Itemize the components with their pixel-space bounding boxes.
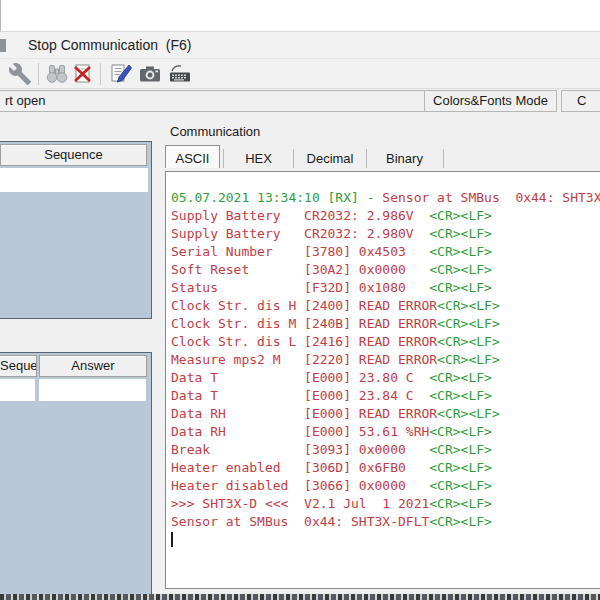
tab-ascii[interactable]: ASCII: [165, 145, 220, 168]
sequence-answer-list[interactable]: Sequence Answer: [0, 352, 152, 595]
status-bar: rt open Colors&Fonts Mode C: [0, 88, 600, 114]
tab-decimal[interactable]: Decimal: [294, 148, 366, 170]
tab-binary[interactable]: Binary: [367, 148, 442, 170]
clipped-bottom-text: [0, 594, 600, 600]
answer-cell-empty[interactable]: [39, 379, 146, 401]
menu-item-stop-communication[interactable]: Stop Communication (F6): [28, 32, 191, 58]
colors-fonts-mode-text: Colors&Fonts Mode: [433, 93, 548, 108]
right-status-panel: C: [561, 90, 600, 112]
toolbar-separator: [38, 63, 39, 85]
app-window: Stop Communication (F6): [0, 0, 600, 600]
toolbar-separator: [166, 63, 167, 85]
keyboard-icon[interactable]: [168, 62, 192, 86]
colors-fonts-mode-panel: Colors&Fonts Mode: [424, 90, 557, 112]
binoculars-search-icon[interactable]: [45, 62, 69, 86]
tab-hex[interactable]: HEX: [224, 148, 293, 170]
edit-script-icon[interactable]: [108, 62, 132, 86]
sequence-cell-empty[interactable]: [0, 379, 35, 401]
sequence-row-empty[interactable]: [0, 168, 148, 192]
delete-entry-icon[interactable]: [71, 62, 95, 86]
toolbar-separator: [100, 63, 101, 85]
menu-bar: Stop Communication (F6): [0, 32, 600, 58]
camera-snapshot-icon[interactable]: [138, 62, 162, 86]
sequence-column-header[interactable]: Sequence: [0, 144, 147, 166]
right-status-text: C: [577, 93, 586, 108]
answer-column-header[interactable]: Answer: [39, 355, 147, 377]
menu-icon-partial: [0, 39, 6, 52]
sequence-list[interactable]: Sequence: [0, 141, 152, 319]
tab-separator: [223, 149, 224, 168]
title-strip-border: [0, 0, 1, 31]
port-status-text: rt open: [5, 93, 45, 108]
tab-separator: [366, 149, 367, 168]
communication-group-label: Communication: [170, 124, 260, 139]
tab-separator: [293, 149, 294, 168]
toolbar: [0, 58, 600, 89]
sequence-column-header[interactable]: Sequence: [0, 355, 37, 377]
port-status-panel: rt open: [0, 90, 428, 112]
wrench-icon[interactable]: [8, 62, 32, 86]
title-strip: [0, 0, 600, 32]
tab-separator: [443, 149, 444, 168]
communication-log[interactable]: 05.07.2021 13:34:10 [RX] - Sensor at SMB…: [165, 171, 600, 589]
